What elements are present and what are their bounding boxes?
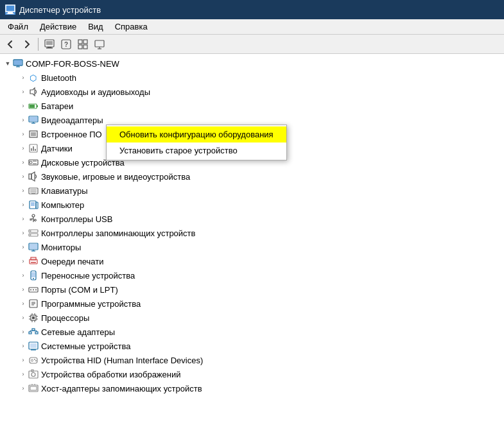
properties-button[interactable] (42, 37, 57, 52)
svg-rect-14 (78, 45, 82, 49)
update-button[interactable] (75, 37, 91, 52)
tree-item-host-adapters[interactable]: › Хост-адаптеры запоминающих устройств (0, 381, 504, 395)
expander-keyboard[interactable]: › (18, 186, 28, 196)
label-usb: Контроллеры USB (41, 214, 112, 224)
root-expander[interactable]: ▼ (3, 58, 13, 69)
icon-network (28, 327, 39, 337)
forward-button[interactable] (19, 37, 35, 52)
tree-item-network[interactable]: › Сетевые адаптеры (0, 325, 504, 339)
expander-computer[interactable]: › (18, 200, 28, 210)
svg-rect-49 (31, 202, 35, 206)
expander-host-adapters[interactable]: › (18, 383, 28, 393)
svg-rect-16 (95, 40, 104, 47)
svg-rect-9 (48, 47, 51, 48)
expander-portable[interactable]: › (18, 270, 28, 281)
expander-imaging[interactable]: › (18, 369, 28, 379)
expander-usb[interactable]: › (18, 214, 28, 224)
label-sensors: Датчики (41, 144, 73, 153)
expander-processors[interactable]: › (18, 313, 28, 323)
label-monitors: Мониторы (41, 243, 81, 252)
label-processors: Процессоры (41, 313, 89, 323)
menu-file[interactable]: Файл (3, 21, 33, 33)
svg-point-72 (30, 289, 31, 291)
icon-system (28, 341, 39, 351)
help-button[interactable]: ? (58, 37, 74, 52)
svg-rect-97 (30, 343, 37, 348)
tree-item-monitors[interactable]: › Мониторы (0, 240, 504, 254)
icon-imaging (28, 369, 39, 379)
expander-monitors[interactable]: › (18, 242, 28, 252)
tree-item-system[interactable]: › Системные устройства (0, 339, 504, 353)
back-button[interactable] (3, 37, 18, 52)
svg-point-39 (30, 161, 32, 164)
label-network: Сетевые адаптеры (41, 327, 115, 337)
svg-rect-20 (14, 60, 22, 65)
svg-point-60 (30, 234, 31, 236)
svg-marker-24 (30, 88, 35, 96)
expander-sensors[interactable]: › (18, 143, 28, 153)
tree-item-bluetooth[interactable]: › ⬡ Bluetooth (0, 71, 504, 85)
label-print-queues: Очереди печати (41, 257, 104, 266)
svg-rect-103 (29, 371, 38, 378)
tree-item-print-queues[interactable]: › Очереди печати (0, 254, 504, 268)
label-battery: Батареи (41, 101, 73, 111)
expander-system[interactable]: › (18, 341, 28, 351)
tree-item-hid[interactable]: › Устройства HID (Human Interface Device… (0, 353, 504, 367)
expander-hid[interactable]: › (18, 355, 28, 365)
tree-item-sw-devices[interactable]: › Программные устройства (0, 297, 504, 311)
label-ports: Порты (COM и LPT) (41, 285, 118, 295)
tree-item-storage-ctrl[interactable]: › Контроллеры запоминающих устройств (0, 226, 504, 240)
tree-item-computer[interactable]: › Компьютер (0, 198, 504, 212)
label-bluetooth: Bluetooth (41, 73, 76, 83)
icon-audio (28, 87, 39, 97)
expander-disk[interactable]: › (18, 157, 28, 168)
context-menu: Обновить конфигурацию оборудования Устан… (106, 125, 287, 160)
expander-storage-ctrl[interactable]: › (18, 228, 28, 238)
tree-item-processors[interactable]: › Процессоры (0, 311, 504, 325)
expander-firmware[interactable]: › (18, 129, 28, 139)
expander-audio[interactable]: › (18, 87, 28, 97)
main-content: ▼ COMP-FOR-BOSS-NEW › ⬡ Bluetooth › Ауди… (0, 54, 504, 423)
expander-bluetooth[interactable]: › (18, 73, 28, 83)
icon-sensors (28, 143, 39, 153)
menu-view[interactable]: Вид (83, 21, 109, 33)
app-icon (5, 4, 15, 15)
expander-sound[interactable]: › (18, 171, 28, 182)
tree-item-imaging[interactable]: › Устройства обработки изображений (0, 367, 504, 381)
expander-battery[interactable]: › (18, 101, 28, 111)
tree-item-sound[interactable]: › Звуковые, игровые и видеоустройства (0, 169, 504, 184)
svg-rect-107 (30, 386, 37, 390)
expander-print-queues[interactable]: › (18, 256, 28, 266)
svg-rect-27 (30, 105, 35, 108)
icon-sound (28, 171, 39, 182)
icon-usb (28, 214, 39, 224)
icon-storage-ctrl (28, 228, 39, 238)
expander-sw-devices[interactable]: › (18, 298, 28, 309)
tree-item-battery[interactable]: › Батареи (0, 99, 504, 113)
tree-item-portable[interactable]: › Переносные устройства (0, 268, 504, 282)
svg-rect-26 (37, 105, 38, 107)
expander-network[interactable]: › (18, 327, 28, 337)
svg-point-51 (32, 214, 35, 217)
tree-item-audio[interactable]: › Аудиовходы и аудиовыходы (0, 85, 504, 99)
menu-action[interactable]: Действие (35, 21, 82, 33)
svg-rect-90 (35, 332, 38, 334)
tree-item-keyboard[interactable]: › Клавиатуры (0, 184, 504, 198)
icon-processors (28, 313, 39, 323)
monitor-button[interactable] (92, 37, 107, 52)
tree-root[interactable]: ▼ COMP-FOR-BOSS-NEW (0, 56, 504, 71)
tree-item-usb[interactable]: › Контроллеры USB (0, 212, 504, 226)
expander-ports[interactable]: › (18, 284, 28, 295)
menu-help[interactable]: Справка (110, 21, 153, 33)
tree-item-ports[interactable]: › Порты (COM и LPT) (0, 282, 504, 297)
svg-rect-62 (30, 244, 37, 249)
context-menu-update-hardware[interactable]: Обновить конфигурацию оборудования (107, 126, 286, 142)
expander-display[interactable]: › (18, 115, 28, 125)
label-imaging: Устройства обработки изображений (41, 370, 181, 379)
svg-point-74 (35, 289, 37, 291)
menu-bar: Файл Действие Вид Справка (0, 19, 504, 35)
icon-firmware (28, 129, 39, 139)
context-menu-add-legacy[interactable]: Установить старое устройство (107, 142, 286, 159)
svg-rect-15 (83, 45, 87, 49)
toolbar-separator-1 (38, 38, 39, 51)
